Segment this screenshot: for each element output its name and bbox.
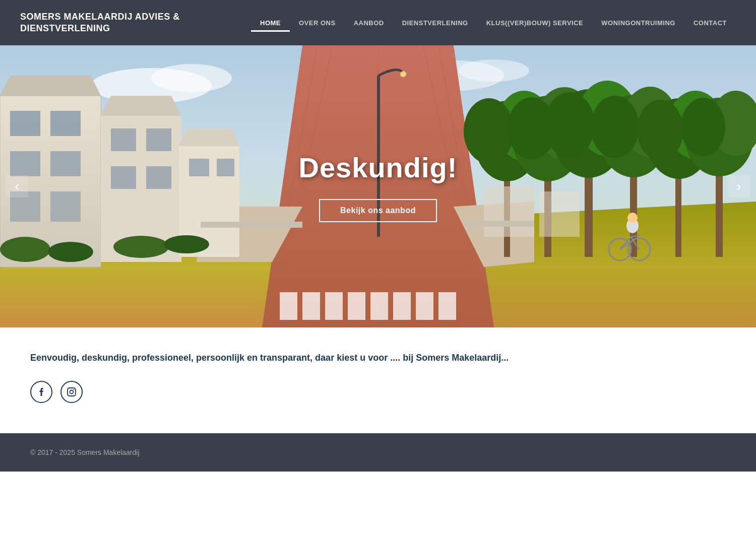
hero-slider: Deskundig! Bekijk ons aanbod ‹ › bbox=[0, 45, 756, 327]
nav-item-contact[interactable]: CONTACT bbox=[684, 14, 736, 32]
nav-item-home[interactable]: HOME bbox=[251, 14, 290, 32]
nav-item-woningontruiming[interactable]: WONINGONTRUIMING bbox=[592, 14, 684, 32]
hero-cta-button[interactable]: Bekijk ons aanbod bbox=[319, 199, 437, 222]
svg-point-87 bbox=[73, 389, 74, 390]
slider-prev-button[interactable]: ‹ bbox=[6, 175, 28, 197]
social-icons bbox=[30, 381, 726, 403]
nav-item-over-ons[interactable]: OVER ONS bbox=[290, 14, 345, 32]
slider-next-button[interactable]: › bbox=[728, 175, 750, 197]
nav-item-klus[interactable]: KLUS((VER)BOUW) SERVICE bbox=[477, 14, 593, 32]
tagline: Eenvoudig, deskundig, professioneel, per… bbox=[30, 353, 726, 363]
nav-item-aanbod[interactable]: AANBOD bbox=[345, 14, 393, 32]
header: SOMERS MAKELAARDIJ ADVIES & DIENSTVERLEN… bbox=[0, 0, 756, 45]
hero-title: Deskundig! bbox=[299, 151, 458, 184]
footer: © 2017 - 2025 Somers Makelaardij bbox=[0, 433, 756, 472]
instagram-icon[interactable] bbox=[60, 381, 83, 403]
footer-copyright: © 2017 - 2025 Somers Makelaardij bbox=[30, 448, 140, 456]
hero-overlay: Deskundig! Bekijk ons aanbod bbox=[0, 45, 756, 327]
nav-item-dienstverlening[interactable]: DIENSTVERLENING bbox=[393, 14, 477, 32]
svg-point-86 bbox=[70, 390, 74, 394]
content-section: Eenvoudig, deskundig, professioneel, per… bbox=[0, 327, 756, 433]
main-nav: HOME OVER ONS AANBOD DIENSTVERLENING KLU… bbox=[251, 14, 736, 32]
site-logo: SOMERS MAKELAARDIJ ADVIES & DIENSTVERLEN… bbox=[20, 11, 180, 35]
svg-rect-85 bbox=[68, 388, 76, 396]
facebook-icon[interactable] bbox=[30, 381, 52, 403]
